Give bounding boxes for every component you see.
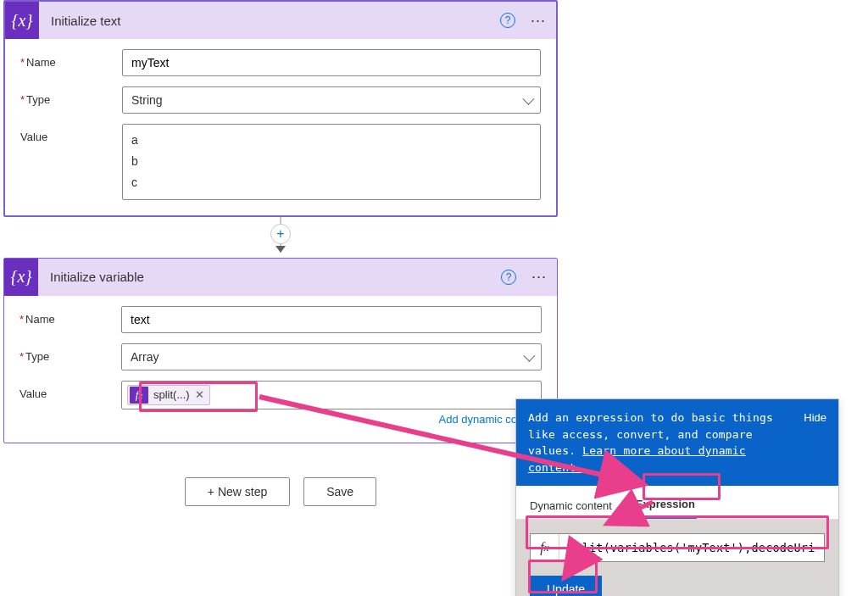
more-menu-icon[interactable]: ··· (531, 268, 547, 286)
add-step-button[interactable]: + (270, 224, 291, 244)
expression-input[interactable] (559, 534, 824, 561)
expression-chip[interactable]: fx split(...) ✕ (127, 385, 210, 405)
chevron-down-icon (522, 93, 534, 105)
action-card-initialize-text: {x} Initialize text ? ··· *Name *Type St… (3, 0, 558, 217)
value-label: Value (19, 381, 121, 400)
expression-panel: Add an expression to do basic things lik… (515, 398, 839, 596)
name-label: *Name (19, 306, 121, 326)
save-button[interactable]: Save (303, 477, 376, 506)
add-dynamic-content-link[interactable]: Add dynamic content (121, 413, 542, 426)
connector: + (3, 217, 558, 258)
type-select[interactable]: Array (121, 343, 542, 370)
chevron-down-icon (523, 349, 535, 361)
type-label: *Type (19, 343, 121, 363)
action-header[interactable]: {x} Initialize text ? ··· (5, 2, 556, 39)
value-label: Value (20, 124, 122, 143)
hide-link[interactable]: Hide (804, 409, 826, 476)
expression-banner: Add an expression to do basic things lik… (516, 399, 838, 486)
variable-icon: {x} (4, 259, 38, 296)
fx-icon: fx (130, 387, 148, 404)
type-label: *Type (20, 86, 122, 106)
new-step-button[interactable]: + New step (185, 477, 290, 506)
expression-tabs: Dynamic content Expression (516, 486, 838, 520)
tab-dynamic-content[interactable]: Dynamic content (528, 491, 614, 519)
update-button[interactable]: Update (530, 576, 602, 596)
more-menu-icon[interactable]: ··· (531, 12, 546, 30)
value-textarea[interactable]: a b c (122, 124, 541, 200)
name-input[interactable] (121, 306, 542, 333)
expression-input-row: fx (530, 533, 825, 562)
action-header[interactable]: {x} Initialize variable ? ··· (4, 259, 557, 296)
footer-buttons: + New step Save (3, 477, 558, 506)
value-input[interactable]: fx split(...) ✕ (121, 381, 542, 409)
tab-expression[interactable]: Expression (634, 489, 697, 519)
fx-icon: fx (531, 534, 559, 561)
action-title: Initialize text (39, 14, 500, 28)
variable-icon: {x} (5, 2, 39, 39)
type-select[interactable]: String (122, 86, 541, 114)
name-input[interactable] (122, 49, 541, 76)
help-icon[interactable]: ? (500, 13, 515, 28)
action-title: Initialize variable (38, 270, 501, 284)
remove-chip-icon[interactable]: ✕ (195, 388, 204, 401)
help-icon[interactable]: ? (501, 270, 516, 285)
action-card-initialize-variable: {x} Initialize variable ? ··· *Name *Typ… (3, 258, 558, 443)
name-label: *Name (20, 49, 122, 69)
